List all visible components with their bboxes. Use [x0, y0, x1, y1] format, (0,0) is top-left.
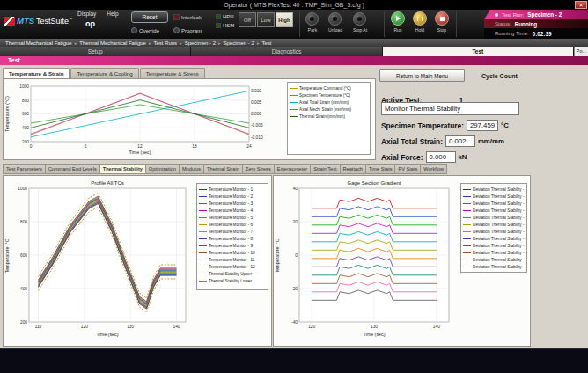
tab-diagnostics[interactable]: Diagnostics — [191, 47, 382, 56]
lowtab-workflow[interactable]: Workflow — [420, 164, 447, 174]
hsm-indicator: HSM — [216, 23, 234, 28]
breadcrumb-item[interactable]: Thermal Mechanical Fatigue — [79, 40, 146, 46]
svg-text:800: 800 — [22, 99, 29, 103]
active-test-name-field: Monitor Thermal Stability — [381, 102, 519, 115]
lowtab-zero-stress[interactable]: Zero Stress — [242, 164, 274, 174]
play-icon — [396, 16, 401, 21]
svg-text:130: 130 — [127, 325, 134, 329]
specimen-temperature-label: Specimen Temperature: — [381, 121, 464, 130]
stop-button[interactable] — [435, 11, 449, 26]
run-button[interactable] — [391, 11, 405, 26]
lowtab-command-end-levels[interactable]: Command End Levels — [45, 164, 99, 174]
test-run-icon — [495, 13, 498, 17]
toolbar-divider — [299, 11, 300, 37]
program-label: Program — [181, 28, 202, 33]
lowtab-modulus[interactable]: Modulus — [179, 164, 203, 174]
lowtab-optimization[interactable]: Optimization — [145, 164, 179, 174]
subtab-temperature-cooling[interactable]: Temperature & Cooling — [70, 68, 138, 78]
reset-button[interactable]: Reset — [131, 11, 168, 23]
legend-item: Thermal Stability Upper — [199, 270, 266, 277]
hpu-label: HPU — [223, 14, 234, 19]
lowtab-thermal-stability[interactable]: Thermal Stability — [99, 164, 145, 174]
park-icon — [310, 17, 314, 21]
legend-item: Thermal Stability Lower — [199, 277, 266, 284]
return-to-main-menu-button[interactable]: Return to Main Menu — [379, 69, 465, 82]
tab-test[interactable]: Test — [383, 47, 574, 56]
legend-item: Deviation Thermal Stability - 11 — [463, 256, 525, 263]
legend-item: Temperature Monitor - 8 — [199, 235, 266, 242]
breadcrumb-item[interactable]: Specimen - 2 — [224, 40, 254, 46]
hydraulic-off-button[interactable]: Off — [239, 12, 256, 27]
brand-suite: TestSuite™ — [36, 17, 72, 26]
lowtab-reattach[interactable]: Reattach — [340, 164, 365, 174]
svg-text:0: 0 — [30, 144, 33, 149]
profile-all-tcs-legend: Temperature Monitor - 1Temperature Monit… — [196, 183, 268, 290]
svg-text:40: 40 — [293, 186, 298, 191]
specimen-temperature-row: Specimen Temperature: 297.459 °C — [381, 120, 509, 131]
breadcrumb: Thermal Mechanical Fatigue▸Thermal Mecha… — [0, 39, 588, 47]
brand-mts: MTS — [17, 16, 34, 26]
menu-display[interactable]: Display — [77, 11, 96, 17]
hpu-led-icon — [216, 14, 221, 19]
unload-button[interactable] — [328, 12, 342, 26]
stop-at-label: Stop At — [345, 27, 375, 33]
legend-item: Temperature Monitor - 7 — [199, 228, 266, 235]
program-led-icon — [173, 27, 180, 33]
legend-item: Specimen Temperature (°C) — [290, 91, 368, 99]
lowtab-test-parameters[interactable]: Test Parameters — [3, 164, 45, 174]
lowtab-pv-stats[interactable]: PV Stats — [394, 164, 420, 174]
park-button[interactable] — [305, 12, 319, 26]
subtab-temperature-stress[interactable]: Temperature & Stress — [140, 68, 205, 78]
axial-force-row: Axial Force: 0.000 kN — [381, 151, 467, 163]
legend-item: Deviation Thermal Stability - 1 — [463, 186, 525, 193]
breadcrumb-item[interactable]: Thermal Mechanical Fatigue — [5, 40, 72, 46]
lowtab-strain-test[interactable]: Strain Test — [310, 164, 339, 174]
side-tab-po[interactable]: Po... — [574, 47, 588, 56]
stop-at-button[interactable] — [353, 12, 366, 26]
override-label: Override — [139, 28, 159, 33]
svg-text:-40: -40 — [291, 320, 298, 325]
mts-logo-icon — [4, 17, 15, 26]
svg-text:120: 120 — [81, 325, 88, 329]
breadcrumb-item[interactable]: Specimen - 2 — [185, 40, 216, 46]
svg-text:0.000: 0.000 — [251, 112, 261, 116]
hydraulic-high-button[interactable]: High — [276, 12, 293, 27]
svg-text:24: 24 — [246, 144, 252, 149]
test-run-label: Test Run: — [502, 12, 524, 18]
svg-text:-20: -20 — [291, 287, 298, 291]
svg-text:0.010: 0.010 — [251, 89, 261, 93]
temperature-strain-chart: 0612182420040060080010000.0100.0050.000-… — [4, 81, 283, 156]
axial-total-strain-row: Axial Total Strain: 0.002 mm/mm — [381, 135, 504, 147]
status-label: Status: — [495, 21, 511, 26]
hold-button[interactable] — [413, 11, 427, 26]
breadcrumb-separator-icon: ▸ — [149, 40, 151, 46]
breadcrumb-item[interactable]: Test — [261, 40, 271, 46]
close-button[interactable]: ✕ — [575, 1, 587, 9]
hydraulic-low-button[interactable]: Low — [257, 12, 275, 27]
app-window: Operator ( MTS FlexTest 40 : TMF_Sim_GB_… — [0, 0, 588, 373]
status-bar: Status: Running — [484, 19, 588, 28]
interlock-label: Interlock — [181, 15, 202, 20]
svg-text:400: 400 — [20, 287, 27, 291]
cycle-count-button[interactable]: Cycle Count — [481, 73, 518, 79]
lower-tab-bar: Test ParametersCommand End LevelsThermal… — [3, 164, 447, 174]
lowtab-thermal-strain[interactable]: Thermal Strain — [203, 164, 242, 174]
app-logo: MTS TestSuite™ — [4, 16, 72, 26]
breadcrumb-item[interactable]: Test Runs — [153, 40, 177, 46]
tab-setup[interactable]: Setup — [0, 47, 191, 56]
main-content: Temperature & StrainTemperature & Coolin… — [0, 65, 588, 348]
subtab-temperature-strain[interactable]: Temperature & Strain — [3, 68, 70, 78]
svg-text:-0.005: -0.005 — [251, 123, 263, 128]
legend-item: Temperature Monitor - 3 — [199, 200, 266, 207]
legend-item: Thermal Strain (mm/mm) — [290, 113, 368, 120]
svg-text:6: 6 — [85, 144, 87, 149]
axial-force-unit: kN — [459, 153, 467, 161]
legend-item: Deviation Thermal Stability - 3 — [463, 200, 525, 207]
svg-text:200: 200 — [22, 140, 29, 144]
override-control[interactable]: Override — [131, 27, 159, 33]
program-control[interactable]: Program — [173, 27, 202, 33]
lowtab-extensometer[interactable]: Extensometer — [274, 164, 311, 174]
lowtab-time-stats[interactable]: Time Stats — [365, 164, 395, 174]
axial-force-label: Axial Force: — [381, 153, 423, 162]
menu-help[interactable]: Help — [107, 11, 118, 17]
